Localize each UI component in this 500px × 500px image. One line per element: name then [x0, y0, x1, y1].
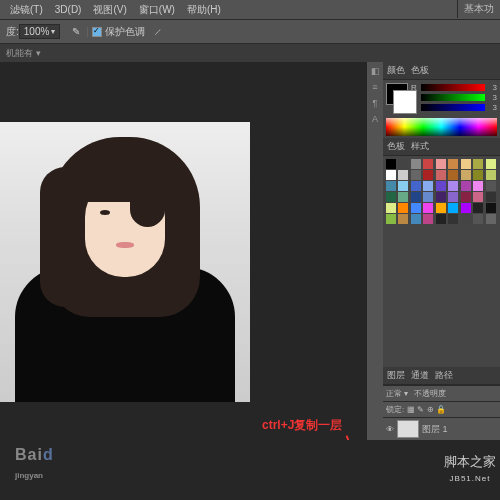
tab-paths[interactable]: 路径 [435, 369, 453, 382]
lock-label: 锁定: [386, 404, 404, 415]
swatch[interactable] [448, 159, 458, 169]
swatch[interactable] [411, 170, 421, 180]
swatch[interactable] [448, 181, 458, 191]
visibility-icon[interactable]: 👁 [386, 425, 394, 434]
zoom-select[interactable]: 100%▾ [19, 24, 61, 39]
menu-filter[interactable]: 滤镜(T) [10, 3, 43, 17]
swatch[interactable] [398, 192, 408, 202]
tab-layers[interactable]: 图层 [387, 369, 405, 382]
r-slider[interactable] [421, 84, 485, 91]
swatch[interactable] [461, 170, 471, 180]
swatch[interactable] [398, 170, 408, 180]
swatch[interactable] [411, 203, 421, 213]
color-spectrum[interactable] [386, 118, 497, 136]
document-tab[interactable]: 机能有 ▾ [6, 47, 41, 60]
vtool-item[interactable]: ≡ [372, 82, 377, 92]
watermark-baidu: Baidjingyan [15, 446, 54, 482]
swatch-grid [383, 156, 500, 227]
menu-view[interactable]: 视图(V) [93, 3, 126, 17]
swatch[interactable] [486, 214, 496, 224]
tab-swatches[interactable]: 色板 [411, 64, 429, 77]
watermark-site: 脚本之家JB51.Net [444, 454, 496, 485]
swatch[interactable] [486, 159, 496, 169]
protect-tone-label: 保护色调 [105, 25, 145, 39]
protect-tone-checkbox[interactable] [92, 27, 102, 37]
tab-swatch2[interactable]: 色板 [387, 140, 405, 153]
swatch[interactable] [436, 159, 446, 169]
swatch[interactable] [486, 192, 496, 202]
menu-3d[interactable]: 3D(D) [55, 4, 82, 15]
swatch[interactable] [398, 181, 408, 191]
menu-bar: 滤镜(T) 3D(D) 视图(V) 窗口(W) 帮助(H) [0, 0, 500, 20]
swatch[interactable] [448, 192, 458, 202]
swatch[interactable] [473, 181, 483, 191]
annotation-text: ctrl+J复制一层 [262, 417, 342, 434]
swatch[interactable] [461, 214, 471, 224]
swatch[interactable] [411, 159, 421, 169]
swatch[interactable] [486, 170, 496, 180]
blend-mode-select[interactable]: 正常 ▾ [386, 388, 408, 399]
workspace-tab[interactable]: 基本功 [457, 0, 500, 18]
swatch[interactable] [486, 203, 496, 213]
swatch[interactable] [411, 181, 421, 191]
swatch[interactable] [386, 170, 396, 180]
swatch[interactable] [473, 170, 483, 180]
swatch[interactable] [461, 181, 471, 191]
g-value: 3 [487, 93, 497, 102]
swatch[interactable] [386, 181, 396, 191]
swatch[interactable] [386, 203, 396, 213]
swatch[interactable] [386, 214, 396, 224]
image-content [0, 122, 250, 402]
swatch[interactable] [486, 181, 496, 191]
swatch[interactable] [436, 214, 446, 224]
swatch[interactable] [398, 159, 408, 169]
vtool-item[interactable]: ◧ [371, 66, 380, 76]
vtool-item[interactable]: ¶ [373, 98, 378, 108]
b-slider[interactable] [421, 104, 485, 111]
g-slider[interactable] [421, 94, 485, 101]
swatch[interactable] [411, 214, 421, 224]
layer-row[interactable]: 👁 图层 1 [383, 417, 500, 440]
options-bar: 度: 100%▾ ✎ | 保护色调 ⟋ 基本功 [0, 20, 500, 44]
swatch[interactable] [436, 203, 446, 213]
swatch[interactable] [448, 170, 458, 180]
tab-channels[interactable]: 通道 [411, 369, 429, 382]
swatch[interactable] [423, 214, 433, 224]
swatch[interactable] [398, 203, 408, 213]
swatch[interactable] [423, 170, 433, 180]
menu-window[interactable]: 窗口(W) [139, 3, 175, 17]
canvas[interactable] [0, 122, 250, 402]
swatch[interactable] [473, 159, 483, 169]
swatch[interactable] [423, 159, 433, 169]
tab-styles[interactable]: 样式 [411, 140, 429, 153]
lock-icons[interactable]: ▦ ✎ ⊕ 🔒 [407, 405, 446, 414]
swatch[interactable] [473, 192, 483, 202]
swatch[interactable] [423, 203, 433, 213]
swatch[interactable] [473, 214, 483, 224]
tool-icon[interactable]: ⟋ [151, 25, 165, 39]
swatch[interactable] [423, 181, 433, 191]
swatch[interactable] [436, 170, 446, 180]
swatch[interactable] [386, 159, 396, 169]
foreground-background-swatch[interactable] [386, 83, 408, 105]
swatch[interactable] [386, 192, 396, 202]
color-panel-tabs: 颜色 色板 [383, 62, 500, 80]
vtool-item[interactable]: A [372, 114, 378, 124]
layer-name[interactable]: 图层 1 [422, 423, 448, 436]
swatch[interactable] [461, 192, 471, 202]
swatch[interactable] [436, 181, 446, 191]
brush-icon[interactable]: ✎ [69, 25, 83, 39]
swatch[interactable] [398, 214, 408, 224]
vertical-toolbar: ◧ ≡ ¶ A [367, 62, 383, 440]
swatch[interactable] [436, 192, 446, 202]
swatch[interactable] [411, 192, 421, 202]
layer-thumbnail[interactable] [397, 420, 419, 438]
swatch[interactable] [461, 159, 471, 169]
menu-help[interactable]: 帮助(H) [187, 3, 221, 17]
swatch[interactable] [423, 192, 433, 202]
swatch[interactable] [473, 203, 483, 213]
tab-color[interactable]: 颜色 [387, 64, 405, 77]
swatch[interactable] [448, 203, 458, 213]
swatch[interactable] [461, 203, 471, 213]
swatch[interactable] [448, 214, 458, 224]
